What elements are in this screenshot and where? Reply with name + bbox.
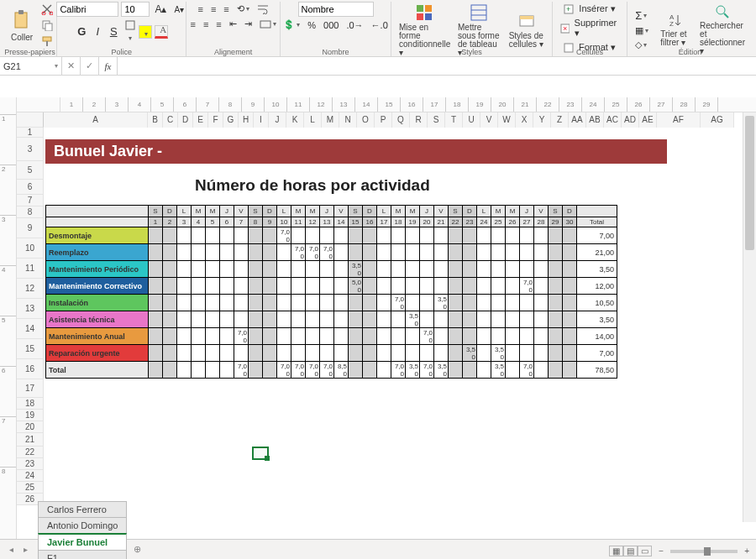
accounting-format-button[interactable]: 💲 (281, 18, 302, 32)
row-header-22[interactable]: 22 (17, 447, 44, 458)
col-header-K[interactable]: K (286, 112, 304, 128)
col-header-U[interactable]: U (463, 112, 480, 128)
increase-indent-icon[interactable]: ⇥ (242, 17, 255, 31)
new-sheet-button[interactable]: ⊕ (131, 542, 144, 556)
wrap-text-button[interactable] (255, 3, 271, 16)
row-header-25[interactable]: 25 (17, 482, 44, 494)
row-header-12[interactable]: 12 (17, 279, 44, 299)
font-color-button[interactable] (155, 25, 168, 39)
cell-styles-button[interactable]: Styles de cellules ▾ (507, 10, 547, 50)
col-header-X[interactable]: X (516, 112, 533, 128)
row-header-3[interactable]: 3 (17, 138, 44, 161)
col-header-C[interactable]: C (163, 112, 178, 128)
spreadsheet-grid[interactable]: Bunuel Javier - Número de horas por acti… (44, 128, 756, 539)
row-header-23[interactable]: 23 (17, 458, 44, 470)
row-header-6[interactable]: 6 (17, 180, 44, 195)
row-header-7[interactable]: 7 (17, 195, 44, 206)
fx-icon[interactable]: fx (99, 57, 118, 75)
col-header-A[interactable]: A (44, 112, 148, 128)
row-header-8[interactable]: 8 (17, 206, 44, 218)
sheet-tab[interactable]: Antonio Domingo (38, 517, 127, 533)
col-header-R[interactable]: R (410, 112, 428, 128)
sort-filter-button[interactable]: AZTrier et filtrer ▾ (658, 10, 694, 49)
col-header-AC[interactable]: AC (604, 112, 622, 128)
fill-color-button[interactable] (139, 25, 152, 39)
row-header-16[interactable]: 16 (17, 359, 44, 379)
row-header-11[interactable]: 11 (17, 259, 44, 279)
align-right-icon[interactable]: ≡ (213, 18, 223, 31)
view-layout-icon[interactable]: ▤ (623, 546, 638, 556)
col-header-N[interactable]: N (339, 112, 357, 128)
tab-nav[interactable]: ◂▸ (5, 545, 31, 554)
row-headers[interactable]: 1356789101112131415161718192021222324252… (17, 128, 44, 539)
align-center-icon[interactable]: ≡ (201, 18, 211, 31)
underline-button[interactable]: S (107, 25, 120, 39)
sheet-tab[interactable]: Javier Bunuel (38, 533, 127, 550)
sheet-tab[interactable]: Carlos Ferrero (38, 501, 127, 517)
column-headers[interactable]: ABCDEFGHIJKLMNOPQRSTUVWXYZAAABACADAEAFAG (44, 112, 734, 128)
increase-font-icon[interactable]: A▴ (152, 2, 169, 17)
col-header-L[interactable]: L (304, 112, 322, 128)
col-header-P[interactable]: P (375, 112, 392, 128)
col-header-S[interactable]: S (428, 112, 445, 128)
col-header-T[interactable]: T (445, 112, 463, 128)
cancel-formula-icon[interactable]: ✕ (62, 57, 81, 75)
decrease-font-icon[interactable]: A▾ (171, 3, 186, 16)
borders-button[interactable] (123, 18, 136, 45)
row-header-14[interactable]: 14 (17, 319, 44, 339)
delete-cells-button[interactable]: ×Supprimer ▾ (558, 16, 622, 40)
col-header-AA[interactable]: AA (569, 112, 586, 128)
col-header-O[interactable]: O (357, 112, 375, 128)
row-header-13[interactable]: 13 (17, 299, 44, 319)
col-header-Y[interactable]: Y (533, 112, 551, 128)
vertical-scrollbar[interactable] (743, 112, 756, 522)
col-header-E[interactable]: E (193, 112, 208, 128)
increase-decimal-button[interactable]: .0→ (344, 18, 365, 32)
zoom-out-button[interactable]: − (659, 546, 664, 556)
font-size-select[interactable] (121, 2, 150, 17)
col-header-AF[interactable]: AF (657, 112, 701, 128)
col-header-J[interactable]: J (269, 112, 286, 128)
merge-button[interactable] (257, 18, 279, 30)
decrease-indent-icon[interactable]: ⇤ (227, 17, 239, 31)
row-header-10[interactable]: 10 (17, 238, 44, 259)
bold-button[interactable]: G (75, 25, 88, 39)
row-header-15[interactable]: 15 (17, 339, 44, 359)
zoom-slider[interactable] (670, 550, 738, 553)
row-header-24[interactable]: 24 (17, 470, 44, 482)
insert-cells-button[interactable]: +Insérer ▾ (561, 2, 617, 16)
col-header-I[interactable]: I (254, 112, 269, 128)
col-header-D[interactable]: D (178, 112, 193, 128)
view-pagebreak-icon[interactable]: ▭ (638, 546, 652, 556)
col-header-Q[interactable]: Q (392, 112, 410, 128)
row-header-19[interactable]: 19 (17, 410, 44, 421)
comma-format-button[interactable]: 000 (321, 18, 341, 32)
col-header-H[interactable]: H (239, 112, 254, 128)
orientation-button[interactable]: ⟲ (234, 2, 252, 16)
enter-formula-icon[interactable]: ✓ (81, 57, 99, 75)
row-header-17[interactable]: 17 (17, 379, 44, 398)
align-top-icon[interactable]: ≡ (196, 3, 206, 16)
format-painter-button[interactable] (39, 34, 55, 49)
row-header-9[interactable]: 9 (17, 218, 44, 238)
view-normal-icon[interactable]: ▦ (609, 546, 623, 556)
paste-button[interactable]: Coller (8, 8, 35, 44)
row-header-1[interactable]: 1 (17, 128, 44, 138)
col-header-AB[interactable]: AB (586, 112, 604, 128)
col-header-F[interactable]: F (208, 112, 223, 128)
cut-button[interactable] (39, 2, 55, 17)
row-header-20[interactable]: 20 (17, 421, 44, 433)
align-middle-icon[interactable]: ≡ (208, 3, 218, 16)
col-header-B[interactable]: B (148, 112, 163, 128)
decrease-decimal-button[interactable]: ←.0 (369, 18, 391, 32)
autosum-button[interactable]: Σ (633, 8, 651, 24)
sheet-tab[interactable]: F1 (38, 550, 127, 559)
fill-button[interactable]: ▦ (633, 24, 651, 38)
copy-button[interactable] (39, 18, 55, 33)
col-header-V[interactable]: V (480, 112, 498, 128)
number-format-select[interactable] (298, 2, 374, 17)
zoom-in-button[interactable]: + (744, 546, 749, 556)
row-header-21[interactable]: 21 (17, 433, 44, 447)
col-header-Z[interactable]: Z (551, 112, 569, 128)
formula-input[interactable] (118, 57, 756, 75)
